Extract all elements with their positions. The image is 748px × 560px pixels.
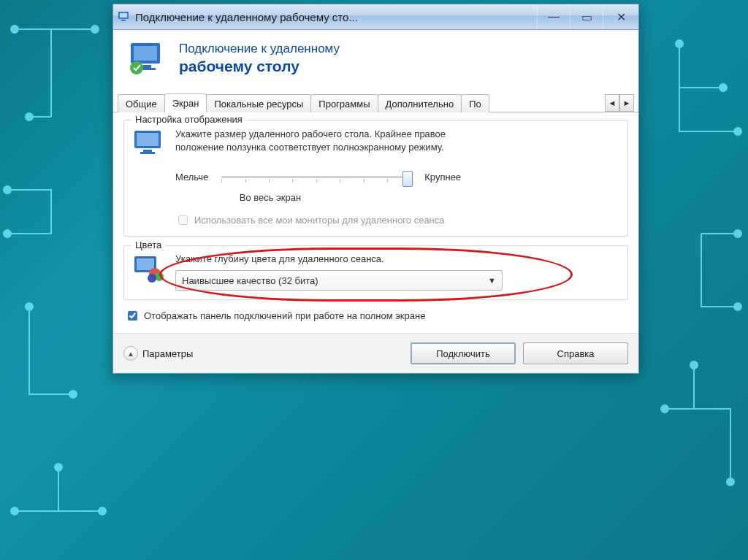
window-title: Подключение к удаленному рабочему сто... <box>135 11 358 23</box>
tab-display[interactable]: Экран <box>164 93 207 112</box>
options-toggle[interactable]: ▲ Параметры <box>123 346 193 361</box>
tab-bar: Общие Экран Покальные ресурсы Программы … <box>113 91 638 112</box>
svg-point-13 <box>734 230 741 237</box>
slider-thumb[interactable] <box>402 171 413 187</box>
svg-rect-22 <box>134 46 157 61</box>
colors-description: Укажите глубину цвета для удаленного сеа… <box>175 253 619 264</box>
tab-scroll-left[interactable]: ◄ <box>605 94 619 112</box>
svg-point-33 <box>155 272 164 281</box>
button-bar: ▲ Параметры Подключить Справка <box>113 333 638 373</box>
show-connection-bar-checkbox[interactable] <box>128 311 137 321</box>
svg-rect-29 <box>140 152 155 154</box>
svg-point-1 <box>91 26 99 33</box>
svg-point-10 <box>676 40 683 47</box>
svg-point-12 <box>720 84 727 91</box>
tab-general[interactable]: Общие <box>118 94 165 112</box>
svg-point-34 <box>148 274 156 283</box>
svg-point-11 <box>734 128 741 135</box>
svg-point-9 <box>55 464 62 471</box>
titlebar[interactable]: Подключение к удаленному рабочему сто...… <box>113 4 638 30</box>
svg-point-6 <box>69 391 77 398</box>
svg-rect-19 <box>120 13 127 18</box>
svg-rect-28 <box>143 150 152 152</box>
svg-point-0 <box>11 26 18 33</box>
header-line2: рабочему столу <box>179 58 340 75</box>
show-connection-bar-row[interactable]: Отображать панель подключений при работе… <box>113 309 638 333</box>
svg-point-7 <box>11 507 18 515</box>
svg-point-4 <box>4 230 11 237</box>
display-description: Укажите размер удаленного рабочего стола… <box>175 128 482 153</box>
svg-point-17 <box>690 361 698 369</box>
svg-rect-27 <box>137 133 159 146</box>
colors-legend: Цвета <box>131 239 165 250</box>
svg-point-16 <box>727 478 734 486</box>
slider-larger-label: Крупнее <box>424 172 461 183</box>
rdc-logo-icon <box>126 40 169 78</box>
slider-smaller-label: Мельче <box>175 172 208 183</box>
app-icon <box>118 10 131 23</box>
svg-point-5 <box>26 303 33 310</box>
svg-rect-20 <box>121 20 126 21</box>
colors-group: Цвета Укажите глубину цвета для удаленно… <box>123 245 628 300</box>
svg-point-8 <box>99 507 106 515</box>
display-settings-group: Настройка отображения Укажите размер уда… <box>123 120 628 237</box>
svg-point-25 <box>130 61 143 74</box>
color-depth-select[interactable]: Наивысшее качество (32 бита) ▼ <box>175 270 503 291</box>
close-button[interactable]: ✕ <box>603 4 638 29</box>
help-button[interactable]: Справка <box>523 342 628 364</box>
svg-point-3 <box>4 186 11 193</box>
show-connection-bar-label: Отображать панель подключений при работе… <box>144 310 425 321</box>
fullscreen-label: Во весь экран <box>175 192 365 203</box>
connect-button[interactable]: Подключить <box>411 342 516 364</box>
use-all-monitors-label: Использовать все мои мониторы для удален… <box>194 215 445 226</box>
tab-advanced[interactable]: Дополнительно <box>378 94 462 112</box>
svg-rect-31 <box>137 258 154 270</box>
display-legend: Настройка отображения <box>131 114 246 125</box>
resolution-slider[interactable] <box>221 169 411 185</box>
tab-scroll-right[interactable]: ► <box>619 94 634 112</box>
monitor-icon <box>133 129 165 158</box>
tab-more-truncated[interactable]: По <box>461 94 489 112</box>
svg-point-15 <box>661 405 668 413</box>
chevron-down-icon: ▼ <box>488 276 496 285</box>
use-all-monitors-row[interactable]: Использовать все мои мониторы для удален… <box>175 213 619 227</box>
minimize-button[interactable]: — <box>537 4 570 29</box>
header-line1: Подключение к удаленному <box>179 42 340 56</box>
svg-point-14 <box>734 303 741 310</box>
use-all-monitors-checkbox <box>178 215 188 225</box>
collapse-icon: ▲ <box>123 346 138 361</box>
options-label: Параметры <box>142 348 193 359</box>
header: Подключение к удаленному рабочему столу <box>113 30 638 91</box>
svg-point-2 <box>26 113 33 120</box>
tab-local-resources[interactable]: Покальные ресурсы <box>206 94 311 112</box>
colors-icon <box>133 255 165 284</box>
rdc-window: Подключение к удаленному рабочему сто...… <box>112 4 639 374</box>
maximize-button[interactable]: ▭ <box>570 4 603 29</box>
color-depth-value: Наивысшее качество (32 бита) <box>182 275 318 286</box>
tab-programs[interactable]: Программы <box>310 94 378 112</box>
